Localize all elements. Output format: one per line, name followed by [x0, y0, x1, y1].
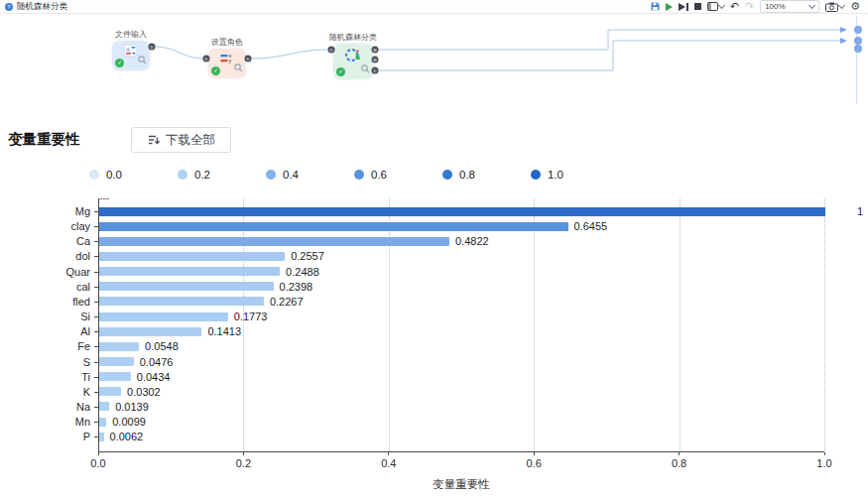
color-legend: 0.00.20.40.60.81.0 — [89, 169, 619, 181]
y-tick — [94, 407, 98, 408]
node-random-forest[interactable]: ✓ — [333, 44, 373, 79]
importance-bar-chart: 变量重要性 0.00.20.40.60.81.01Mg0.6455clay0.4… — [98, 198, 824, 451]
y-tick-label: S — [31, 356, 90, 368]
bar-P — [99, 433, 104, 441]
node-set-role[interactable]: xy✓ — [208, 49, 246, 78]
bar-value-label: 0.2267 — [270, 296, 304, 308]
bar-value-label: 0.6455 — [574, 220, 608, 232]
bar-value-label: 0.0139 — [115, 401, 149, 413]
legend-label: 0.2 — [194, 169, 210, 181]
preview-magnifier-icon[interactable] — [361, 60, 370, 77]
canvas-output-port[interactable] — [854, 37, 862, 45]
settings-icon[interactable]: ⚙ — [850, 1, 860, 12]
x-tick — [98, 452, 99, 455]
y-tick — [94, 362, 98, 363]
legend-label: 0.6 — [371, 169, 387, 181]
y-tick — [94, 437, 98, 437]
y-tick-label: Mn — [31, 416, 90, 428]
bar-Na — [99, 402, 109, 411]
y-tick — [94, 422, 98, 423]
preview-magnifier-icon[interactable] — [138, 51, 147, 68]
download-all-label: 下载全部 — [166, 132, 215, 149]
status-check-icon: ✓ — [336, 67, 345, 76]
y-tick-label: Si — [31, 311, 90, 322]
legend-color-dot — [531, 170, 541, 180]
gridline — [680, 198, 681, 451]
x-tick — [534, 452, 535, 455]
y-tick — [94, 241, 98, 242]
canvas-output-port[interactable] — [854, 45, 862, 53]
bar-value-label: 0.0062 — [110, 431, 144, 442]
axis-cap — [98, 198, 109, 199]
legend-label: 0.0 — [106, 169, 122, 181]
legend-label: 0.4 — [283, 169, 299, 181]
node-label: 设置角色 — [211, 37, 243, 48]
canvas-output-port[interactable] — [854, 26, 862, 34]
output-port[interactable]: D — [372, 67, 379, 74]
download-all-button[interactable]: 下载全部 — [131, 127, 231, 153]
y-tick — [94, 316, 98, 317]
legend-color-dot — [266, 170, 276, 180]
bar-Si — [99, 312, 228, 321]
y-tick-label: dol — [31, 250, 90, 262]
legend-color-dot — [89, 170, 99, 180]
bar-Fe — [99, 342, 139, 351]
y-tick — [94, 331, 98, 332]
section-title: 变量重要性 — [8, 130, 80, 149]
preview-magnifier-icon[interactable] — [234, 59, 243, 76]
x-axis-title: 变量重要性 — [362, 477, 560, 492]
legend-color-dot — [442, 170, 452, 180]
output-port[interactable]: D — [149, 44, 156, 51]
x-tick — [388, 452, 389, 455]
legend-color-dot — [354, 170, 364, 180]
window-title: 随机森林分类 — [17, 1, 67, 13]
zoom-level-select[interactable]: 100% — [760, 0, 819, 13]
bar-value-label: 0.2398 — [280, 281, 313, 293]
bar-value-label: 0.0548 — [145, 340, 179, 352]
layout-panel-icon[interactable] — [707, 2, 724, 11]
legend-item: 1.0 — [531, 169, 619, 181]
redo-icon[interactable]: ↷ — [745, 1, 754, 12]
node-file-input[interactable]: A✓ — [112, 41, 150, 70]
input-port[interactable]: D — [328, 47, 335, 54]
legend-item: 0.6 — [354, 169, 442, 181]
y-tick-label: Fe — [31, 340, 90, 352]
bar-value-label: 0.2557 — [291, 250, 324, 262]
y-tick — [94, 392, 98, 393]
x-tick-label: 1.0 — [805, 457, 844, 469]
y-tick-label: Mg — [31, 205, 90, 217]
y-tick-label: Na — [31, 401, 90, 413]
status-check-icon: ✓ — [115, 59, 124, 67]
node-label: 随机森林分类 — [329, 32, 377, 43]
y-tick — [94, 272, 98, 273]
output-port[interactable]: M — [372, 57, 379, 63]
file-input-icon: A — [123, 44, 139, 62]
save-icon[interactable] — [651, 2, 660, 11]
legend-item: 0.2 — [178, 169, 266, 181]
bar-Al — [99, 327, 201, 336]
status-check-icon: ✓ — [211, 66, 220, 75]
document-tab[interactable]: ? 随机森林分类 — [5, 0, 67, 13]
bar-value-label: 0.4822 — [455, 235, 489, 247]
output-port[interactable]: M — [372, 47, 379, 54]
toolbar: ↶ ↷ 100% ⚙ — [651, 0, 860, 13]
legend-label: 0.8 — [459, 169, 475, 181]
bar-Ca — [99, 237, 449, 246]
undo-icon[interactable]: ↶ — [730, 1, 739, 12]
y-tick-label: Ti — [31, 371, 90, 383]
output-port[interactable]: D — [245, 56, 252, 62]
run-icon[interactable] — [666, 3, 673, 11]
bar-dol — [99, 252, 285, 261]
chevron-down-icon — [808, 2, 815, 9]
stop-icon[interactable] — [694, 3, 701, 10]
titlebar: ? 随机森林分类 ↶ ↷ 100% ⚙ — [0, 0, 868, 14]
download-icon — [147, 133, 161, 147]
run-to-icon[interactable] — [679, 3, 688, 11]
input-port[interactable]: D — [203, 56, 210, 62]
y-tick-label: K — [31, 386, 90, 398]
random-forest-icon — [344, 47, 363, 67]
screenshot-icon[interactable] — [825, 2, 844, 12]
bar-value-label: 0.1413 — [207, 325, 241, 337]
legend-label: 1.0 — [548, 169, 563, 181]
workflow-canvas[interactable]: A✓文件输入Dxy✓设置角色DD✓随机森林分类DMMD — [0, 13, 868, 122]
